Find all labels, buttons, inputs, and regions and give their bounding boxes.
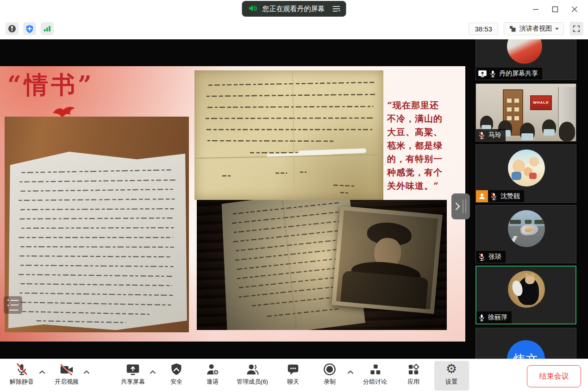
avatar xyxy=(508,271,545,308)
participant-name: 马玲 xyxy=(488,131,501,139)
letter-photo-bottom xyxy=(197,200,447,330)
end-meeting-button[interactable]: 结束会议 xyxy=(527,365,581,387)
security-label: 安全 xyxy=(170,378,182,386)
meeting-window: 您正在观看丹的屏幕 xyxy=(0,0,588,392)
grip-handle xyxy=(465,199,466,213)
participant-tile-zhangyan[interactable]: 张琰 xyxy=(475,205,576,263)
mic-muted-icon xyxy=(490,193,497,200)
chat-button[interactable]: 聊天 xyxy=(287,362,300,386)
close-button[interactable] xyxy=(565,0,584,19)
record-icon xyxy=(323,363,336,376)
apps-button[interactable]: 应用 xyxy=(407,362,420,386)
start-video-button[interactable]: 开启视频 xyxy=(55,362,79,386)
unmute-button[interactable]: 解除静音 xyxy=(10,362,34,386)
participant-name-label: 张琰 xyxy=(476,251,506,263)
security-shield-icon xyxy=(170,363,182,376)
participant-name-label: 马玲 xyxy=(476,129,506,141)
annotation-menu-icon[interactable] xyxy=(4,296,22,314)
share-screen-button[interactable]: 共享屏幕 xyxy=(121,362,145,386)
mic-on-icon xyxy=(479,314,485,322)
breakout-rooms-label: 分组讨论 xyxy=(363,378,387,386)
info-icon xyxy=(8,25,16,33)
view-mode-label: 演讲者视图 xyxy=(519,25,552,33)
participant-tile-weiwen[interactable]: 炜文 xyxy=(475,328,576,359)
record-button[interactable]: 录制 xyxy=(323,362,336,386)
chat-label: 聊天 xyxy=(287,378,299,386)
unmute-label: 解除静音 xyxy=(10,378,34,386)
breakout-squares-icon xyxy=(369,363,382,376)
manage-members-button[interactable]: 管理成员(6) xyxy=(237,362,268,386)
shared-screen-slide: “情书” xyxy=(0,66,465,342)
banner-text: 您正在观看丹的屏幕 xyxy=(263,5,325,13)
manage-members-label: 管理成员(6) xyxy=(237,378,268,386)
avatar xyxy=(508,149,545,187)
invite-label: 邀请 xyxy=(206,378,219,386)
mic-on-icon xyxy=(490,70,496,78)
titlebar: 您正在观看丹的屏幕 xyxy=(0,0,588,19)
mic-muted-icon xyxy=(15,363,28,376)
security-button[interactable]: 安全 xyxy=(170,362,182,386)
fullscreen-icon xyxy=(573,25,580,32)
banner-menu-icon[interactable] xyxy=(332,6,341,12)
network-quality-button[interactable] xyxy=(41,22,54,35)
grip-handle xyxy=(463,199,463,213)
sidebar-collapse-tab[interactable] xyxy=(451,193,470,219)
record-options-chevron[interactable] xyxy=(348,367,353,376)
chevron-down-icon xyxy=(555,28,559,30)
meeting-bottom-toolbar: 解除静音 开启视频 共享屏幕 xyxy=(0,359,588,392)
slide-title: “情书” xyxy=(7,69,94,101)
photo-vignette xyxy=(197,200,447,330)
meeting-info-button[interactable] xyxy=(6,22,19,35)
avatar: 炜文 xyxy=(507,340,545,359)
gear-icon: ⚙ xyxy=(446,362,457,376)
minimize-button[interactable] xyxy=(526,0,545,19)
shield-icon xyxy=(25,25,34,33)
participant-name: 沈赞靓 xyxy=(500,192,520,200)
screen-share-icon xyxy=(478,70,487,77)
apps-grid-icon xyxy=(407,363,420,376)
participant-name-label: 沈赞靓 xyxy=(488,190,524,202)
settings-label: 设置 xyxy=(445,378,457,386)
chat-bubble-icon xyxy=(287,363,300,376)
person-badge-icon xyxy=(476,190,488,202)
slide-quote: “现在那里还 不冷，满山的 大豆、高粱、 苞米，都是绿 的，有特别一 种感觉，有… xyxy=(387,99,458,193)
layout-view-icon xyxy=(509,25,516,32)
participant-tile-shen[interactable]: 沈赞靓 xyxy=(475,144,576,203)
invite-person-icon xyxy=(206,363,219,376)
view-mode-button[interactable]: 演讲者视图 xyxy=(504,22,564,35)
maximize-button[interactable] xyxy=(545,0,565,19)
whale-sign: WHALE xyxy=(530,95,552,110)
top-right-controls: 38:53 演讲者视图 xyxy=(469,22,583,36)
window-controls xyxy=(526,0,584,19)
mute-options-chevron[interactable] xyxy=(39,367,45,376)
mic-muted-icon xyxy=(478,253,485,261)
participant-tile-xuliping[interactable]: 徐丽萍 xyxy=(475,266,576,324)
chevron-right-icon xyxy=(454,202,461,211)
screen-watch-banner[interactable]: 您正在观看丹的屏幕 xyxy=(242,1,346,17)
invite-button[interactable]: 邀请 xyxy=(206,362,219,386)
participant-name: 张琰 xyxy=(488,253,501,261)
meeting-top-toolbar: 38:53 演讲者视图 xyxy=(0,19,588,39)
participant-name-label: 徐丽萍 xyxy=(476,311,512,324)
mic-muted-icon xyxy=(478,131,485,139)
signal-bars-icon xyxy=(43,25,51,32)
camera-off-icon xyxy=(60,364,74,376)
video-options-chevron[interactable] xyxy=(84,367,89,376)
top-left-icons xyxy=(6,22,54,35)
share-screen-icon xyxy=(126,363,140,376)
participant-name: 丹的屏幕共享 xyxy=(499,69,538,78)
start-video-label: 开启视频 xyxy=(55,378,79,386)
fullscreen-button[interactable] xyxy=(569,22,583,36)
share-options-chevron[interactable] xyxy=(150,367,156,376)
apps-label: 应用 xyxy=(407,378,419,386)
breakout-rooms-button[interactable]: 分组讨论 xyxy=(363,362,387,386)
settings-button[interactable]: ⚙ 设置 xyxy=(445,362,457,386)
main-stage: “情书” xyxy=(0,39,588,359)
encryption-shield-button[interactable] xyxy=(23,22,36,35)
meeting-timer: 38:53 xyxy=(469,23,498,35)
participant-tile-dan-share[interactable]: 丹的屏幕共享 xyxy=(475,39,576,80)
avatar-initials: 炜文 xyxy=(513,351,539,359)
participant-name: 徐丽萍 xyxy=(488,313,507,322)
participant-tile-maling[interactable]: WHALE 马玲 xyxy=(475,83,576,142)
avatar xyxy=(507,39,542,64)
